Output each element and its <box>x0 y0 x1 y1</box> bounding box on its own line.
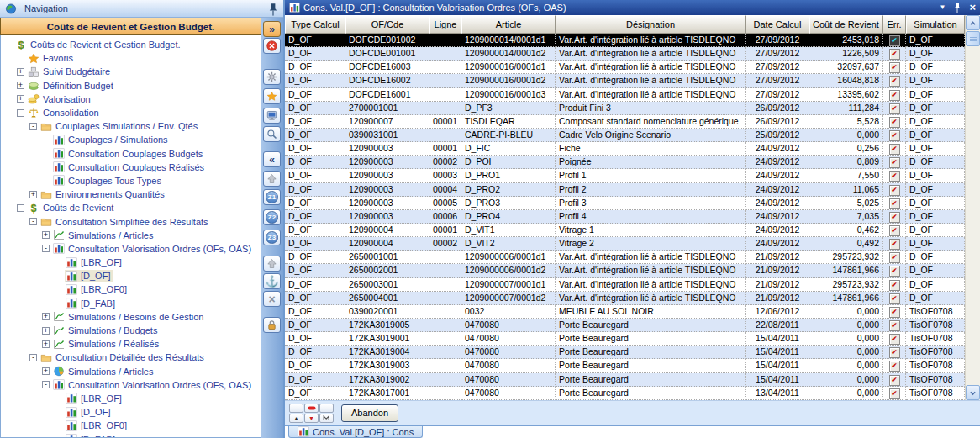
column-header-designation[interactable]: Désignation <box>556 15 746 34</box>
zoom3-button[interactable]: Z3 <box>263 230 281 245</box>
pin-icon[interactable] <box>268 3 278 14</box>
expand-plus-icon[interactable]: + <box>42 313 50 320</box>
tree-item[interactable]: -Consultation Détaillée des Résultats <box>1 351 261 364</box>
table-row[interactable]: D_OF172KA30190020470080Porte Beauregard1… <box>285 373 965 387</box>
anchor-button[interactable]: ⚓ <box>263 273 281 289</box>
tree-item[interactable]: +Simulations / Articles <box>1 229 261 242</box>
error-checkbox[interactable]: ✔ <box>889 347 900 358</box>
expand-plus-icon[interactable]: + <box>42 340 50 348</box>
error-checkbox[interactable]: ✔ <box>889 130 900 141</box>
error-checkbox[interactable]: ✔ <box>889 157 900 168</box>
table-row[interactable]: D_OF26500040011209000007/0001d2Var.Art. … <box>285 292 965 305</box>
collapse-minus-icon[interactable]: - <box>29 218 37 225</box>
expand-plus-icon[interactable]: + <box>42 367 50 375</box>
workstation-button[interactable] <box>263 108 281 124</box>
scroll-down-button[interactable] <box>966 385 980 400</box>
table-row[interactable]: D_OF12090000400001D_VIT1Vitrage 124/09/2… <box>285 224 965 237</box>
table-row[interactable]: D_OF172KA30190040470080Porte Beauregard1… <box>285 346 965 359</box>
collapse-minus-icon[interactable]: - <box>17 109 24 117</box>
nav-up-button[interactable]: ▲ <box>289 414 303 423</box>
expand-plus-icon[interactable]: + <box>29 191 37 198</box>
tree-item[interactable]: +Simulations / Budgets <box>1 324 261 337</box>
table-row[interactable]: D_OFDOFCDE0010021209000014/0001d1Var.Art… <box>285 34 965 47</box>
close-panel-button[interactable] <box>263 38 281 54</box>
error-checkbox[interactable]: ✔ <box>889 266 900 277</box>
close-icon[interactable]: × <box>969 3 976 12</box>
error-checkbox[interactable]: ✔ <box>889 103 900 114</box>
tree-item[interactable]: +Simulations / Besoins de Gestion <box>1 310 261 324</box>
error-checkbox[interactable]: ✔ <box>889 35 900 46</box>
zoom2-button[interactable]: Z2 <box>263 209 281 225</box>
expand-plus-icon[interactable]: + <box>42 327 50 335</box>
tree-item[interactable]: +Simulations / Articles <box>1 365 261 378</box>
tree-item[interactable]: -Consultation Simplifiée des Résultats <box>1 214 261 228</box>
error-checkbox[interactable]: ✔ <box>889 90 900 101</box>
gear-button[interactable] <box>263 69 281 85</box>
scrollbar-thumb[interactable] <box>966 31 980 46</box>
tree-item[interactable]: [D_FAB] <box>1 297 261 310</box>
zoom1-button[interactable]: Z1 <box>263 189 281 205</box>
column-header-date[interactable]: Date Calcul <box>746 15 809 34</box>
table-row[interactable]: D_OF172KA30190030470080Porte Beauregard1… <box>285 359 965 372</box>
column-header-type[interactable]: Type Calcul <box>285 15 345 34</box>
column-header-ligne[interactable]: Ligne <box>429 15 461 34</box>
table-row[interactable]: D_OF2700001001D_PF3Produit Fini 326/09/2… <box>285 102 965 115</box>
error-checkbox[interactable]: ✔ <box>889 320 900 331</box>
error-checkbox[interactable]: ✔ <box>889 171 900 182</box>
error-checkbox[interactable]: ✔ <box>889 252 900 263</box>
table-row[interactable]: D_OF26500020011209000006/0001d2Var.Art. … <box>285 264 965 277</box>
nav-blank2-button[interactable] <box>319 404 334 413</box>
table-row[interactable]: D_OF12090000300006D_PRO4Profil 424/09/20… <box>285 210 965 224</box>
tree-item[interactable]: Consultation Couplages Réalisés <box>1 161 261 174</box>
table-row[interactable]: D_OF12090000700001TISDLEQARComposant sta… <box>285 115 965 129</box>
tree-item[interactable]: +Suivi Budgétaire <box>1 65 261 78</box>
table-row[interactable]: D_OF12090000300002D_POIPoignée24/09/2012… <box>285 156 965 169</box>
caret-down-icon[interactable]: ▼ <box>939 3 946 12</box>
tree-item[interactable]: Favoris <box>1 51 261 65</box>
nav-last-button[interactable] <box>319 414 334 423</box>
tree-item[interactable]: Couplages Tous Types <box>1 174 261 187</box>
tree-item[interactable]: +Définition Budget <box>1 79 261 92</box>
error-checkbox[interactable]: ✔ <box>889 198 900 209</box>
tree-item[interactable]: -$Coûts de Revient <box>1 201 261 214</box>
expand-plus-icon[interactable]: + <box>17 95 24 103</box>
tree-item[interactable]: -Couplages Simulations / Env. Qtés <box>1 119 261 133</box>
tree-item[interactable]: [LBR_OF0] <box>1 419 261 432</box>
collapse-button[interactable]: « <box>263 151 281 167</box>
table-row[interactable]: D_OF03900200010032MEUBLE AU SOL NOIR12/0… <box>285 305 965 319</box>
error-checkbox[interactable]: ✔ <box>889 62 900 73</box>
error-checkbox[interactable]: ✔ <box>889 361 900 372</box>
error-checkbox[interactable]: ✔ <box>889 225 900 236</box>
scroll-up-button[interactable] <box>966 15 980 30</box>
tree-item[interactable]: -Consolidation <box>1 106 261 119</box>
table-row[interactable]: D_OF12090000400002D_VIT2Vitrage 224/09/2… <box>285 237 965 251</box>
table-row[interactable]: D_OF0390031001CADRE-PI-BLEUCadre Velo Or… <box>285 129 965 142</box>
tab-cons-val-d-of[interactable]: Cons. Val.[D_OF] : Cons <box>288 426 423 438</box>
table-row[interactable]: D_OF12090000300005D_PRO3Profil 324/09/20… <box>285 197 965 210</box>
column-header-ofcde[interactable]: OF/Cde <box>345 15 429 34</box>
column-header-article[interactable]: Article <box>461 15 556 34</box>
collapse-minus-icon[interactable]: - <box>29 123 37 130</box>
expand-panel-button[interactable]: » <box>263 21 281 37</box>
error-checkbox[interactable]: ✔ <box>889 239 900 250</box>
error-checkbox[interactable]: ✔ <box>889 388 900 399</box>
abandon-button[interactable]: Abandon <box>341 404 398 422</box>
tree-item[interactable]: [LBR_OF] <box>1 256 261 269</box>
collapse-minus-icon[interactable]: - <box>42 381 50 388</box>
tree-item[interactable]: Consultation Couplages Budgets <box>1 147 261 161</box>
error-checkbox[interactable]: ✔ <box>889 293 900 304</box>
tree-item[interactable]: -Consultation Valorisation Ordres (OFs, … <box>1 242 261 256</box>
error-checkbox[interactable]: ✔ <box>889 185 900 196</box>
error-checkbox[interactable]: ✔ <box>889 307 900 318</box>
table-row[interactable]: D_OF26500030011209000007/0001d1Var.Art. … <box>285 278 965 292</box>
table-row[interactable]: D_OF12090000300003D_PRO1Profil 124/09/20… <box>285 169 965 182</box>
table-row[interactable]: D_OFDOFCDE160031209000016/0001d1Var.Art.… <box>285 61 965 74</box>
collapse-minus-icon[interactable]: - <box>29 354 37 361</box>
table-row[interactable]: D_OF12090000300004D_PRO2Profil 224/09/20… <box>285 183 965 197</box>
tree-item[interactable]: -Consultation Valorisation Ordres (OFs, … <box>1 378 261 392</box>
nav-down-button[interactable]: ▼ <box>304 414 319 423</box>
table-row[interactable]: D_OF26500010011209000006/0001d1Var.Art. … <box>285 251 965 264</box>
error-checkbox[interactable]: ✔ <box>889 280 900 291</box>
vertical-scrollbar[interactable] <box>965 15 980 400</box>
error-checkbox[interactable]: ✔ <box>889 117 900 128</box>
